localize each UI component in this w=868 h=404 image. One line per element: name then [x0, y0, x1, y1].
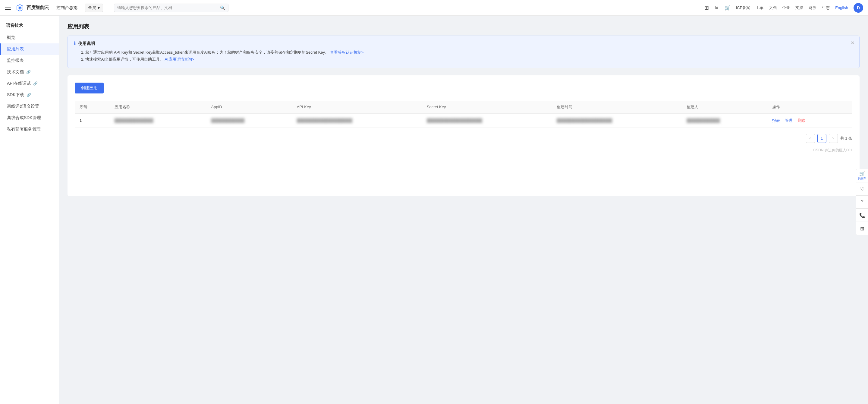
- app-table: 序号 应用名称 AppID API Key Secret Key 创建时间 创建…: [75, 101, 852, 128]
- sidebar-item-label: 监控报表: [7, 58, 24, 63]
- nav-right-area: ⊞ 🖥 🛒 ICP备案 工单 文档 企业 支持 财务 生态 English D: [704, 3, 863, 13]
- apps-icon: ⊞: [860, 226, 864, 231]
- sidebar-item-offline-sdk[interactable]: 离线合成SDK管理: [0, 112, 59, 124]
- cart-label: 购物车: [858, 177, 866, 180]
- delete-link[interactable]: 删除: [798, 118, 805, 123]
- language-switch[interactable]: English: [835, 5, 848, 10]
- sidebar-item-applist[interactable]: 应用列表: [0, 43, 59, 55]
- ecology-link[interactable]: 生态: [822, 5, 830, 10]
- support-link[interactable]: 支持: [795, 5, 803, 10]
- col-header-created-time: 创建时间: [552, 101, 682, 114]
- icp-link[interactable]: ICP备案: [736, 5, 750, 10]
- menu-icon[interactable]: [5, 6, 11, 10]
- page-title: 应用列表: [67, 23, 860, 30]
- info-banner-header: ℹ 使用说明: [74, 41, 853, 46]
- chevron-down-icon: ▾: [98, 5, 100, 10]
- ticket-link[interactable]: 工单: [755, 5, 764, 10]
- search-box[interactable]: 🔍: [114, 4, 228, 12]
- control-center-link[interactable]: 控制台总览: [54, 5, 80, 10]
- sidebar-section-title: 语音技术: [0, 21, 59, 32]
- cell-secretkey: ████████████████████: [422, 113, 552, 127]
- col-header-appid: AppID: [207, 101, 292, 114]
- logo-icon: [16, 4, 24, 12]
- float-help-item[interactable]: ?: [856, 195, 868, 209]
- float-phone-item[interactable]: 📞: [856, 209, 868, 222]
- prev-page-button[interactable]: <: [806, 134, 815, 143]
- pagination: < 1 > 共 1 条: [75, 134, 852, 143]
- phone-icon: 📞: [859, 213, 865, 218]
- cart-float-icon: 🛒: [859, 171, 865, 176]
- auth-link[interactable]: 查看鉴权认证机制>: [330, 50, 364, 55]
- cell-index: 1: [75, 113, 110, 127]
- cell-created-time: ████████████████████: [552, 113, 682, 127]
- cell-appid: ████████████: [207, 113, 292, 127]
- main-content: 应用列表 ℹ 使用说明 1. 您可通过应用的 API Key和 Secret K…: [59, 16, 868, 404]
- docs-link[interactable]: 文档: [769, 5, 777, 10]
- app-detail-link[interactable]: AI应用详情查询>: [164, 57, 194, 62]
- sidebar-item-offline-words[interactable]: 离线词&语义设置: [0, 101, 59, 112]
- sidebar-item-private-deploy[interactable]: 私有部署服务管理: [0, 124, 59, 135]
- enterprise-link[interactable]: 企业: [782, 5, 790, 10]
- help-icon: ?: [861, 199, 864, 205]
- float-heart-item[interactable]: ♡: [856, 182, 868, 195]
- col-header-index: 序号: [75, 101, 110, 114]
- create-app-button[interactable]: 创建应用: [75, 83, 104, 93]
- info-line-1: 1. 您可通过应用的 API Key和 Secret Key获取Access_t…: [74, 49, 853, 56]
- external-link-icon: 🔗: [33, 82, 38, 86]
- right-float-panel: 🛒 购物车 ♡ ? 📞 ⊞: [856, 169, 868, 235]
- search-input[interactable]: [117, 5, 220, 10]
- footer-note: CSDN @进你的巨人001: [75, 148, 852, 153]
- info-line-2: 2. 快速搜索AI全部应用详情，可使用自助工具。 AI应用详情查询>: [74, 56, 853, 63]
- total-count: 共 1 条: [840, 136, 852, 141]
- info-icon: ℹ: [74, 41, 76, 46]
- info-close-button[interactable]: ✕: [850, 40, 855, 46]
- content-area: 创建应用 序号 应用名称 AppID API Key Secret Key 创建…: [67, 75, 860, 196]
- heart-icon: ♡: [860, 186, 864, 192]
- main-layout: 语音技术 概览 应用列表 监控报表 技术文档 🔗 API在线调试 🔗 SDK下载…: [0, 16, 868, 404]
- cell-apikey: ████████████████████: [292, 113, 422, 127]
- col-header-creator: 创建人: [682, 101, 767, 114]
- sidebar-item-monitor[interactable]: 监控报表: [0, 55, 59, 66]
- sidebar-item-label: API在线调试: [7, 81, 31, 86]
- search-icon: 🔍: [220, 5, 225, 10]
- next-page-button[interactable]: >: [829, 134, 838, 143]
- sidebar-item-techdocs[interactable]: 技术文档 🔗: [0, 66, 59, 78]
- external-link-icon: 🔗: [26, 70, 31, 74]
- scope-selector[interactable]: 全局 ▾: [85, 4, 103, 12]
- monitor-icon[interactable]: 🖥: [714, 5, 719, 10]
- svg-point-3: [19, 7, 21, 9]
- sidebar-item-sdk-download[interactable]: SDK下载 🔗: [0, 89, 59, 101]
- sidebar-item-api-debug[interactable]: API在线调试 🔗: [0, 78, 59, 89]
- cell-appname: ██████████████: [110, 113, 207, 127]
- cart-icon[interactable]: 🛒: [724, 5, 731, 10]
- info-banner: ℹ 使用说明 1. 您可通过应用的 API Key和 Secret Key获取A…: [67, 36, 860, 68]
- finance-link[interactable]: 财务: [809, 5, 816, 10]
- sidebar-item-label: 技术文档: [7, 69, 24, 75]
- table-header: 序号 应用名称 AppID API Key Secret Key 创建时间 创建…: [75, 101, 852, 114]
- col-header-apikey: API Key: [292, 101, 422, 114]
- page-1-button[interactable]: 1: [817, 134, 827, 143]
- logo-area: 百度智能云: [16, 4, 49, 12]
- sidebar-item-label: 离线合成SDK管理: [7, 115, 41, 121]
- sidebar-item-label: 概览: [7, 35, 16, 40]
- grid-icon[interactable]: ⊞: [704, 4, 709, 11]
- cell-actions: 报表 管理 删除: [767, 113, 852, 127]
- table-row: 1 ██████████████ ████████████ ██████████…: [75, 113, 852, 127]
- manage-link[interactable]: 管理: [785, 118, 793, 123]
- top-navigation: 百度智能云 控制台总览 全局 ▾ 🔍 ⊞ 🖥 🛒 ICP备案 工单 文档 企业 …: [0, 0, 868, 16]
- float-apps-item[interactable]: ⊞: [856, 222, 868, 235]
- col-header-appname: 应用名称: [110, 101, 207, 114]
- sidebar-item-overview[interactable]: 概览: [0, 32, 59, 43]
- logo-text: 百度智能云: [27, 5, 49, 10]
- sidebar-item-label: SDK下载: [7, 92, 24, 98]
- table-body: 1 ██████████████ ████████████ ██████████…: [75, 113, 852, 127]
- sidebar-item-label: 应用列表: [7, 46, 24, 52]
- sidebar-item-label: 私有部署服务管理: [7, 127, 41, 132]
- external-link-icon: 🔗: [27, 93, 31, 97]
- sidebar: 语音技术 概览 应用列表 监控报表 技术文档 🔗 API在线调试 🔗 SDK下载…: [0, 16, 59, 404]
- col-header-actions: 操作: [767, 101, 852, 114]
- avatar[interactable]: D: [854, 3, 863, 13]
- col-header-secretkey: Secret Key: [422, 101, 552, 114]
- report-link[interactable]: 报表: [772, 118, 780, 123]
- float-cart-item[interactable]: 🛒 购物车: [856, 169, 868, 182]
